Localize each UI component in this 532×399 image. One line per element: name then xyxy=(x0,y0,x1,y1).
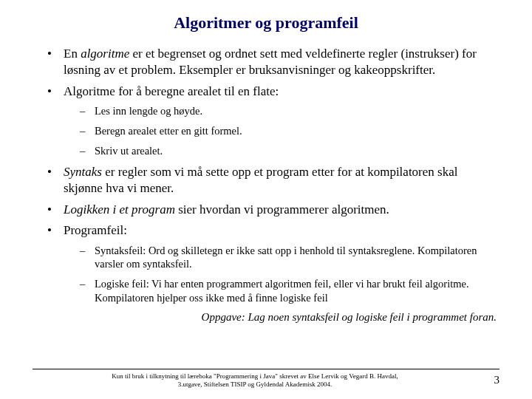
footer-line1: Kun til bruk i tilknytning til læreboka … xyxy=(112,372,398,380)
sub-item: Les inn lengde og høyde. xyxy=(84,104,499,118)
slide: Algoritmer og programfeil En algoritme e… xyxy=(0,0,532,324)
sub-list: Les inn lengde og høyde. Beregn arealet … xyxy=(64,104,499,158)
page-number: 3 xyxy=(477,372,499,386)
text: er regler som vi må sette opp et program… xyxy=(64,165,457,195)
bullet-algoritme-areal: Algoritme for å beregne arealet til en f… xyxy=(52,83,499,158)
em: Logikken i et program xyxy=(64,202,175,216)
em: Syntaks xyxy=(64,165,102,179)
bullet-algoritme: En algoritme er et begrenset og ordnet s… xyxy=(52,46,499,79)
sub-list: Syntaksfeil: Ord og skilletegn er ikke s… xyxy=(64,244,499,305)
sub-item: Syntaksfeil: Ord og skilletegn er ikke s… xyxy=(84,244,499,272)
bullet-programfeil: Programfeil: Syntaksfeil: Ord og skillet… xyxy=(52,222,499,305)
bullet-list: En algoritme er et begrenset og ordnet s… xyxy=(33,46,499,305)
bullet-logikken: Logikken i et program sier hvordan vi pr… xyxy=(52,202,499,218)
slide-title: Algoritmer og programfeil xyxy=(33,13,499,33)
sub-item: Logiske feil: Vi har enten programmert a… xyxy=(84,277,499,305)
footer-rule xyxy=(33,369,499,369)
sub-item: Beregn arealet etter en gitt formel. xyxy=(84,124,499,138)
footer-text: Kun til bruk i tilknytning til læreboka … xyxy=(33,372,477,389)
text: Algoritme for å beregne arealet til en f… xyxy=(64,84,279,98)
footer: Kun til bruk i tilknytning til læreboka … xyxy=(0,369,532,389)
footer-row: Kun til bruk i tilknytning til læreboka … xyxy=(33,372,499,389)
text: Programfeil: xyxy=(64,223,127,237)
em: algoritme xyxy=(81,47,129,61)
assignment-text: Oppgave: Lag noen syntaksfeil og logiske… xyxy=(33,311,497,324)
footer-line2: 3.utgave, Stiftelsen TISIP og Gyldendal … xyxy=(178,381,332,388)
text: sier hvordan vi programmerer algoritmen. xyxy=(175,202,389,216)
sub-item: Skriv ut arealet. xyxy=(84,144,499,158)
bullet-syntaks: Syntaks er regler som vi må sette opp et… xyxy=(52,164,499,197)
text: En xyxy=(64,47,81,61)
